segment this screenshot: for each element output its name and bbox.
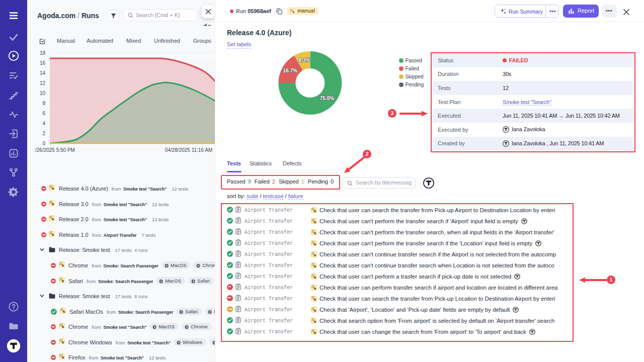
svg-text:8: 8 bbox=[42, 101, 45, 106]
svg-text:6: 6 bbox=[42, 111, 45, 116]
svg-text:0: 0 bbox=[42, 141, 45, 146]
svg-text:75.0%: 75.0% bbox=[320, 96, 334, 101]
svg-text:04/28/2025 11:16 AM: 04/28/2025 11:16 AM bbox=[165, 147, 212, 153]
svg-text:14: 14 bbox=[40, 70, 46, 76]
svg-text:4: 4 bbox=[42, 121, 45, 126]
svg-text:12: 12 bbox=[40, 80, 46, 86]
svg-text:2: 2 bbox=[42, 131, 45, 136]
svg-text:/26/2025 5:50 PM: /26/2025 5:50 PM bbox=[35, 147, 75, 153]
svg-text:16.7%: 16.7% bbox=[283, 68, 297, 73]
svg-text:10: 10 bbox=[40, 90, 46, 96]
svg-text:18: 18 bbox=[40, 50, 46, 56]
svg-text:16: 16 bbox=[40, 60, 46, 66]
svg-text:8.3%: 8.3% bbox=[299, 57, 310, 63]
